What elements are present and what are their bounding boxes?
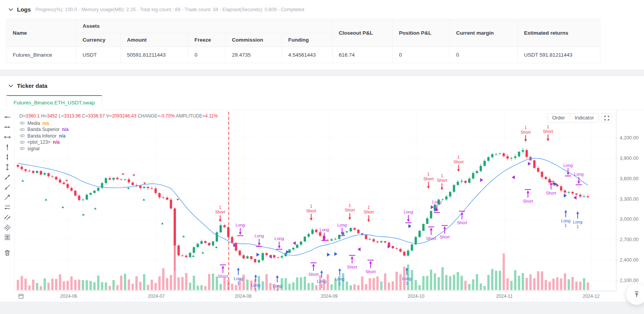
svg-text:1: 1 <box>576 224 579 229</box>
fibonacci-tool-icon[interactable] <box>3 233 12 241</box>
order-button[interactable]: Order <box>548 114 570 122</box>
chart-buttons: Order Indicator <box>547 113 612 123</box>
trend-line-tool-icon[interactable] <box>3 173 12 181</box>
col-header-commission: Commission <box>226 33 282 47</box>
cell-freeze: 0 <box>188 47 226 63</box>
cell-currency: USDT <box>76 47 121 63</box>
horizontal-ray-tool-icon[interactable] <box>3 133 12 141</box>
cell-position: 0 <box>393 47 450 63</box>
svg-text:1: 1 <box>547 124 549 129</box>
svg-text:Long: Long <box>432 200 441 204</box>
svg-text:3,600.00: 3,600.00 <box>620 176 639 181</box>
svg-text:1: 1 <box>219 205 221 210</box>
cell-name: Futures_Binance <box>7 47 76 63</box>
logs-header: Logs Progress(%): 100.0 - Memory usage(M… <box>8 6 638 13</box>
svg-text:Short: Short <box>546 191 556 195</box>
svg-text:Short: Short <box>365 269 375 274</box>
svg-text:2,100.00: 2,100.00 <box>620 278 639 283</box>
svg-text:Long: Long <box>337 223 347 227</box>
time-axis-label: 2024-06 <box>60 294 77 299</box>
cell-returns: USDT 591.81211443 <box>518 47 600 63</box>
svg-text:3,000.00: 3,000.00 <box>620 217 639 222</box>
cell-closeout: 616.74 <box>333 47 393 63</box>
time-axis-label: 2024-10 <box>407 294 424 299</box>
drawing-toolbar: 123 <box>0 110 15 291</box>
svg-text:1: 1 <box>524 125 527 130</box>
svg-text:Long: Long <box>319 227 329 232</box>
col-header-currency: Currency <box>76 33 121 47</box>
ticker-data-panel: Ticker data Futures_Binance.ETH_USDT.swa… <box>0 76 644 302</box>
svg-text:Short: Short <box>423 176 433 181</box>
svg-text:1: 1 <box>320 284 323 288</box>
svg-text:Long: Long <box>274 236 284 241</box>
svg-text:Short: Short <box>426 236 436 241</box>
back-to-top-button[interactable] <box>626 284 644 305</box>
vertical-segment-tool-icon[interactable] <box>3 153 12 161</box>
logs-title: Logs <box>17 6 31 13</box>
delete-tool-icon[interactable] <box>3 249 12 257</box>
parallel-channel-tool-icon[interactable] <box>3 213 12 221</box>
svg-text:Short: Short <box>521 130 531 134</box>
vertical-arrows-tool-icon[interactable] <box>3 163 12 171</box>
svg-text:123: 123 <box>5 204 10 208</box>
svg-text:Long: Long <box>235 223 245 227</box>
svg-text:2,700.00: 2,700.00 <box>620 237 639 242</box>
svg-text:Short: Short <box>453 160 463 164</box>
svg-text:Long: Long <box>254 233 264 238</box>
svg-text:Short: Short <box>457 220 467 225</box>
svg-text:3,300.00: 3,300.00 <box>620 196 639 202</box>
candles <box>17 148 589 271</box>
vertical-line-tool-icon[interactable] <box>3 143 12 151</box>
svg-text:Long: Long <box>233 276 243 281</box>
ticker-title: Ticker data <box>17 82 47 89</box>
fullscreen-icon <box>604 116 609 121</box>
svg-text:Long: Long <box>317 279 326 284</box>
svg-text:1: 1 <box>348 203 351 208</box>
svg-text:Long: Long <box>402 276 411 281</box>
svg-text:Short: Short <box>363 210 374 214</box>
cell-margin: 0 <box>450 47 518 63</box>
time-axis-label: 2024-08 <box>235 294 252 299</box>
col-group-assets: Assets <box>76 19 333 33</box>
svg-text:Short: Short <box>215 210 225 214</box>
svg-text:1: 1 <box>338 281 341 286</box>
horizontal-segment-tool-icon[interactable] <box>3 123 12 131</box>
ticker-tabbar: Futures_Binance.ETH_USDT.swap <box>0 94 644 110</box>
svg-text:Short: Short <box>218 274 228 279</box>
col-header-amount: Amount <box>121 33 188 47</box>
cell-amount: 50591.81211443 <box>121 47 188 63</box>
chart-main: 2,100.002,400.002,700.003,000.003,300.00… <box>15 110 644 291</box>
collapse-ticker-chevron-icon[interactable] <box>8 84 13 87</box>
crosshair-tool-icon[interactable] <box>3 113 12 121</box>
svg-text:Long: Long <box>573 220 582 224</box>
col-header-margin: Current margin <box>450 19 518 47</box>
svg-text:Long: Long <box>561 218 570 223</box>
time-axis-label: 2024-09 <box>321 294 338 299</box>
arrow-line-tool-icon[interactable] <box>3 193 12 201</box>
svg-text:Long: Long <box>404 210 413 214</box>
svg-text:4,200.00: 4,200.00 <box>620 135 639 141</box>
svg-text:2,400.00: 2,400.00 <box>620 257 639 263</box>
cell-commission: 29.4735 <box>226 47 282 63</box>
svg-text:1: 1 <box>441 173 443 178</box>
svg-text:1: 1 <box>255 287 257 291</box>
col-header-freeze: Freeze <box>188 33 226 47</box>
svg-text:Short: Short <box>439 235 450 239</box>
time-axis-label: 2024-07 <box>148 294 165 299</box>
svg-text:Long: Long <box>563 163 573 168</box>
assets-table: Name Assets Closeout P&L Position P&L Cu… <box>6 19 600 63</box>
fullscreen-button[interactable] <box>601 113 612 123</box>
collapse-logs-chevron-icon[interactable] <box>8 8 13 11</box>
col-header-closeout: Closeout P&L <box>333 19 393 47</box>
ticker-header: Ticker data <box>0 76 644 94</box>
calendar-icon[interactable] <box>18 293 24 300</box>
indicator-button[interactable]: Indicator <box>570 114 598 122</box>
svg-text:1: 1 <box>406 281 408 285</box>
price-chart-canvas[interactable]: 2,100.002,400.002,700.003,000.003,300.00… <box>15 110 644 291</box>
to-top-icon <box>633 291 640 298</box>
tab-futures-binance-eth-usdt-swap[interactable]: Futures_Binance.ETH_USDT.swap <box>6 95 102 110</box>
ray-tool-icon[interactable] <box>3 183 12 191</box>
svg-text:Long: Long <box>251 283 260 287</box>
multi-ray-tool-icon[interactable] <box>3 223 12 231</box>
price-ruler-tool-icon[interactable]: 123 <box>3 203 12 211</box>
